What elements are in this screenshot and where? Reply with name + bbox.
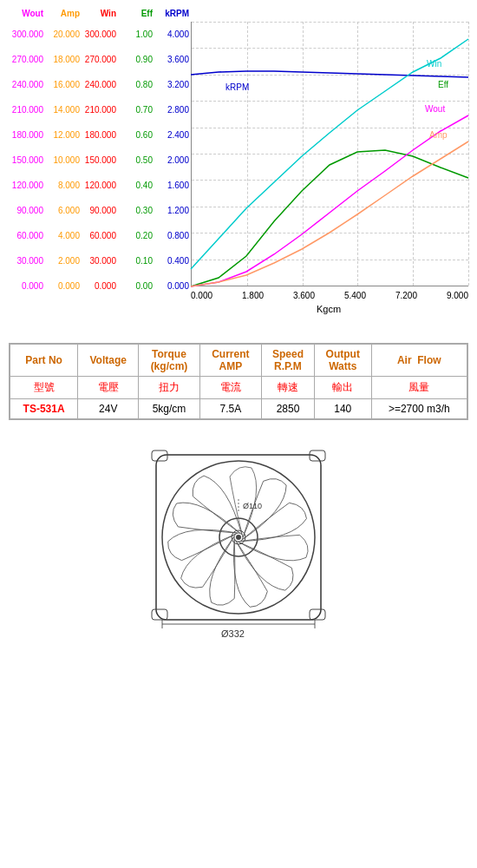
y-header-krpm: kRPM (154, 9, 191, 18)
label-outer-dia: Ø332 (221, 628, 245, 639)
y-header-amp: Amp (45, 9, 82, 18)
krpm-curve (191, 71, 468, 77)
th-speed-en: SpeedR.P.M (262, 344, 315, 377)
label-wout: Wout (425, 104, 445, 114)
y-header-eff: Eff (118, 9, 154, 18)
y-header-wout: Wout (9, 9, 45, 18)
chart-section: Wout Amp Win Eff kRPM 300.000 270.000 24… (0, 0, 477, 326)
bracket-tr (310, 450, 325, 461)
th-torque-en: Torque(kg/cm) (139, 344, 199, 377)
fan-section: Ø332 Ø110 (0, 429, 477, 654)
hub-dot (236, 535, 241, 540)
y-col-krpm: 4.000 3.600 3.200 2.800 2.400 2.000 1.60… (154, 22, 191, 299)
y-col-wout: 300.000 270.000 240.000 210.000 180.000 … (9, 22, 45, 299)
th-voltage-en: Voltage (78, 344, 139, 377)
bracket-bl (152, 609, 167, 620)
td-voltage: 24V (78, 399, 139, 420)
amp-curve (191, 141, 468, 286)
table-header-en-row: Part No Voltage Torque(kg/cm) CurrentAMP… (10, 344, 467, 377)
data-table: Part No Voltage Torque(kg/cm) CurrentAMP… (9, 343, 468, 420)
td-current: 7.5A (199, 399, 261, 420)
th-torque-zh: 扭力 (139, 377, 199, 399)
td-airflow: >=2700 m3/h (371, 399, 467, 420)
bracket-tl (152, 450, 167, 461)
th-current-en: CurrentAMP (199, 344, 261, 377)
th-output-zh: 輸出 (314, 377, 371, 399)
eff-curve (191, 150, 468, 286)
fan-svg: Ø332 Ø110 (143, 446, 334, 646)
label-krpm: kRPM (225, 82, 249, 92)
y-col-eff: 1.00 0.90 0.80 0.70 0.60 0.50 0.40 0.30 … (118, 22, 154, 299)
chart-container: Wout Amp Win Eff kRPM 300.000 270.000 24… (9, 9, 468, 321)
y-col-amp: 20.000 18.000 16.000 14.000 12.000 10.00… (45, 22, 82, 299)
x-axis-title: Kgcm (317, 304, 341, 314)
td-partno: TS-531A (10, 399, 78, 420)
th-output-en: OutputWatts (314, 344, 371, 377)
table-data-row: TS-531A 24V 5kg/cm 7.5A 2850 140 >=2700 … (10, 399, 467, 420)
th-partno-zh: 型號 (10, 377, 78, 399)
y-header-win: Win (82, 9, 118, 18)
grid-v-5 (468, 22, 469, 286)
label-win: Win (427, 59, 441, 69)
fan-diagram: Ø332 Ø110 (143, 446, 334, 646)
th-airflow-zh: 風量 (371, 377, 467, 399)
bracket-br (310, 609, 325, 620)
th-voltage-zh: 電壓 (78, 377, 139, 399)
td-speed: 2850 (262, 399, 315, 420)
th-airflow-en: Air Flow (371, 344, 467, 377)
label-eff: Eff (438, 80, 448, 89)
y-axis-labels: 300.000 270.000 240.000 210.000 180.000 … (9, 22, 191, 299)
curves-svg: Win Eff kRPM Wout Amp (191, 22, 468, 286)
td-torque: 5kg/cm (139, 399, 199, 420)
th-current-zh: 電流 (199, 377, 261, 399)
th-partno-en: Part No (10, 344, 78, 377)
y-axis-headers: Wout Amp Win Eff kRPM (9, 9, 191, 18)
th-speed-zh: 轉速 (262, 377, 315, 399)
wout-curve (191, 115, 468, 286)
table-header-zh-row: 型號 電壓 扭力 電流 轉速 輸出 風量 (10, 377, 467, 399)
label-inner-dia: Ø110 (243, 502, 262, 510)
table-section: Part No Voltage Torque(kg/cm) CurrentAMP… (9, 343, 468, 420)
td-output: 140 (314, 399, 371, 420)
y-col-win: 300.000 270.000 240.000 210.000 180.000 … (82, 22, 118, 299)
label-amp: Amp (429, 130, 448, 140)
